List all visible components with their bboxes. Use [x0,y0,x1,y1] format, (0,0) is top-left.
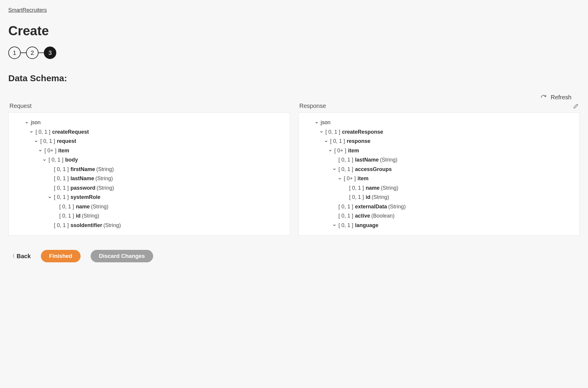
back-button[interactable]: 〈 Back [10,253,31,260]
node-name: response [347,137,371,146]
tree-node[interactable]: [ 0, 1 ] externalData (String) [303,202,575,212]
finished-button[interactable]: Finished [41,250,81,262]
chevron-down-icon[interactable] [319,130,324,134]
cardinality-label: [ 0, 1 ] [339,211,353,221]
tree-node[interactable]: [ 0, 1 ] id (String) [303,193,575,202]
node-name: accessGroups [355,165,392,174]
node-name: ssoIdentifier [71,221,102,230]
tree-node[interactable]: [ 0, 1 ] active (Boolean) [303,211,575,221]
tree-node[interactable]: [ 0, 1 ] response [303,137,575,146]
chevron-down-icon[interactable] [47,196,52,199]
discard-button[interactable]: Discard Changes [91,250,153,262]
chevron-down-icon[interactable] [38,149,43,152]
refresh-button[interactable]: Refresh [551,94,571,101]
cardinality-label: [ 0, 1 ] [54,221,69,230]
tree-node[interactable]: [ 0+ ] item [303,174,575,183]
node-name: createResponse [342,127,383,137]
cardinality-label: [ 0, 1 ] [54,183,69,193]
node-type: (String) [380,155,398,165]
cardinality-label: [ 0, 1 ] [54,174,69,183]
chevron-down-icon[interactable] [33,140,39,143]
chevron-down-icon[interactable] [332,167,337,171]
cardinality-label: [ 0, 1 ] [36,127,50,137]
chevron-down-icon[interactable] [328,149,333,152]
tree-node[interactable]: [ 0, 1 ] lastName (String) [303,155,575,165]
chevron-down-icon[interactable] [337,177,342,181]
tree-node[interactable]: [ 0, 1 ] request [13,137,285,146]
chevron-down-icon[interactable] [29,130,34,134]
tree-node[interactable]: [ 0+ ] item [13,146,285,156]
refresh-icon[interactable] [541,95,547,100]
node-type: (String) [91,202,108,212]
tree-node[interactable]: [ 0, 1 ] name (String) [13,202,285,212]
tree-node[interactable]: json [13,118,285,127]
node-type: (String) [95,174,113,183]
step-2[interactable]: 2 [26,47,39,59]
node-name: active [355,211,370,221]
tree-node[interactable]: [ 0, 1 ] name (String) [303,183,575,193]
request-panel-title: Request [9,103,32,109]
tree-node[interactable]: [ 0, 1 ] body [13,155,285,165]
tree-node[interactable]: [ 0, 1 ] lastName (String) [13,174,285,183]
node-type: (String) [388,202,406,212]
chevron-down-icon[interactable] [332,223,337,227]
node-name: password [71,183,95,193]
chevron-down-icon[interactable] [42,158,47,162]
cardinality-label: [ 0, 1 ] [349,183,364,193]
cardinality-label: [ 0, 1 ] [326,127,340,137]
tree-node[interactable]: json [303,118,575,127]
chevron-down-icon[interactable] [314,121,319,124]
node-name: language [355,221,379,230]
node-name: systemRole [71,193,100,202]
node-type: (String) [103,221,121,230]
cardinality-label: [ 0, 1 ] [339,155,353,165]
cardinality-label: [ 0, 1 ] [54,193,69,202]
cardinality-label: [ 0, 1 ] [49,155,63,165]
cardinality-label: [ 0+ ] [334,146,347,156]
chevron-down-icon[interactable] [323,140,329,143]
tree-node[interactable]: [ 0, 1 ] password (String) [13,183,285,193]
tree-node[interactable]: [ 0, 1 ] firstName (String) [13,165,285,174]
response-panel-title: Response [299,103,326,109]
cardinality-label: [ 0, 1 ] [339,202,353,212]
cardinality-label: [ 0, 1 ] [40,137,55,146]
tree-node[interactable]: [ 0, 1 ] createRequest [13,127,285,137]
response-schema-panel: json [ 0, 1 ] createResponse [ 0, 1 ] re… [298,112,580,236]
request-schema-panel: json [ 0, 1 ] createRequest [ 0, 1 ] req… [8,112,290,236]
node-name: createRequest [52,127,89,137]
chevron-down-icon[interactable] [24,121,29,124]
breadcrumb-link[interactable]: SmartRecruiters [8,7,47,13]
node-name: json [31,118,41,127]
tree-node[interactable]: [ 0, 1 ] accessGroups [303,165,575,174]
node-type: (String) [82,211,99,221]
cardinality-label: [ 0, 1 ] [59,211,74,221]
node-name: lastName [71,174,94,183]
stepper: 1 2 3 [8,47,580,59]
node-name: item [58,146,69,156]
cardinality-label: [ 0, 1 ] [349,193,364,202]
node-name: lastName [355,155,379,165]
step-3[interactable]: 3 [44,47,56,59]
node-type: (String) [372,193,389,202]
cardinality-label: [ 0, 1 ] [330,137,345,146]
node-type: (String) [381,183,398,193]
tree-node[interactable]: [ 0+ ] item [303,146,575,156]
cardinality-label: [ 0, 1 ] [54,165,69,174]
step-connector [39,52,44,53]
node-name: id [366,193,371,202]
tree-node[interactable]: [ 0, 1 ] id (String) [13,211,285,221]
tree-node[interactable]: [ 0, 1 ] createResponse [303,127,575,137]
tree-node[interactable]: [ 0, 1 ] systemRole [13,193,285,202]
step-1[interactable]: 1 [8,47,21,59]
tree-node[interactable]: [ 0, 1 ] language [303,221,575,230]
section-title: Data Schema: [8,73,580,83]
node-name: name [366,183,380,193]
cardinality-label: [ 0+ ] [44,146,57,156]
node-type: (Boolean) [371,211,395,221]
tree-node[interactable]: [ 0, 1 ] ssoIdentifier (String) [13,221,285,230]
edit-icon[interactable] [573,103,579,109]
node-name: body [65,155,78,165]
page-title: Create [8,23,580,38]
node-name: json [321,118,331,127]
node-name: externalData [355,202,387,212]
